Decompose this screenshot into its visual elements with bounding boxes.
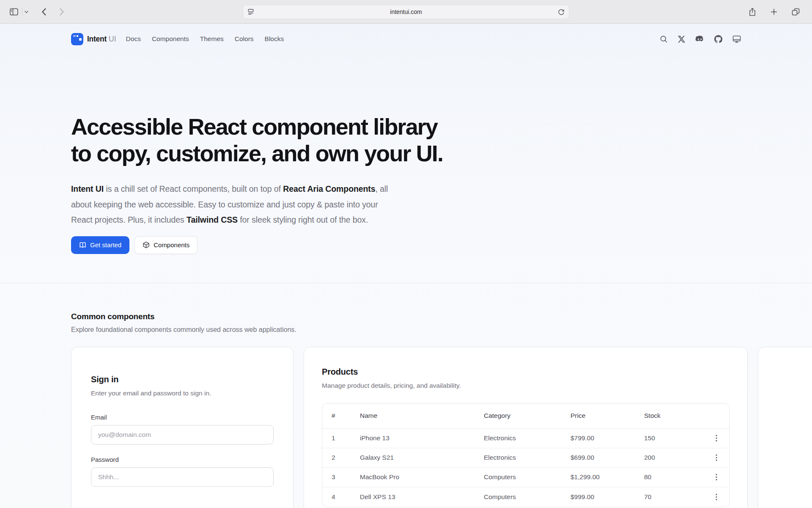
- products-title: Products: [322, 366, 730, 378]
- products-table: # Name Category Price Stock 1 iPhone 13 …: [322, 403, 730, 507]
- signin-title: Sign in: [91, 373, 274, 385]
- brand-name: Intent: [87, 35, 107, 44]
- components-button[interactable]: Components: [134, 236, 198, 254]
- nav-links: Docs Components Themes Colors Blocks: [126, 35, 284, 43]
- table-row[interactable]: 2 Galaxy S21 Electronics $699.00 200: [322, 448, 729, 468]
- nav-link-blocks[interactable]: Blocks: [265, 35, 284, 43]
- cell-price: $999.00: [571, 493, 644, 501]
- get-started-button[interactable]: Get started: [71, 236, 129, 254]
- table-header-row: # Name Category Price Stock: [322, 403, 729, 429]
- cell-category: Computers: [484, 473, 571, 481]
- get-started-label: Get started: [90, 241, 121, 248]
- password-label: Password: [91, 456, 274, 464]
- back-icon[interactable]: [38, 6, 50, 18]
- hero-text: is a chill set of React components, buil…: [104, 184, 283, 193]
- toolbar-divider: [22, 8, 22, 16]
- products-card: Products Manage product details, pricing…: [304, 347, 748, 508]
- display-theme-icon[interactable]: [732, 35, 741, 43]
- new-tab-icon[interactable]: [768, 6, 780, 18]
- section-subtitle: Explore foundational components commonly…: [71, 325, 741, 334]
- col-header-price[interactable]: Price: [571, 412, 644, 420]
- sidebar-toggle-icon[interactable]: [8, 6, 20, 18]
- col-header-stock[interactable]: Stock: [644, 412, 703, 420]
- cell-price: $699.00: [571, 454, 644, 461]
- nav-link-components[interactable]: Components: [152, 35, 189, 43]
- webpage: Intent UI Docs Components Themes Colors …: [0, 24, 812, 508]
- signin-subtitle: Enter your email and password to sign in…: [91, 389, 274, 398]
- cell-name: iPhone 13: [360, 434, 484, 442]
- cell-num: 2: [332, 454, 360, 461]
- hero-bold-intent-ui: Intent UI: [71, 184, 104, 193]
- section-divider: [0, 283, 812, 283]
- intent-ui-logo-icon: [71, 33, 83, 45]
- component-cards-row: Sign in Enter your email and password to…: [71, 347, 741, 508]
- x-icon[interactable]: [678, 36, 685, 43]
- cell-stock: 200: [644, 454, 703, 461]
- cell-name: Galaxy S21: [360, 454, 484, 461]
- nav-link-docs[interactable]: Docs: [126, 35, 141, 43]
- brand-name-suffix: UI: [109, 35, 116, 44]
- cell-num: 4: [332, 493, 360, 501]
- nav-link-colors[interactable]: Colors: [235, 35, 254, 43]
- reader-icon[interactable]: [247, 8, 254, 15]
- table-row[interactable]: 1 iPhone 13 Electronics $799.00 150: [322, 429, 729, 448]
- hero-bold-tailwind: Tailwind CSS: [187, 215, 238, 224]
- section-title: Common components: [71, 311, 741, 322]
- cell-stock: 80: [644, 473, 703, 481]
- nav-link-themes[interactable]: Themes: [200, 35, 224, 43]
- row-actions-menu-icon[interactable]: [710, 491, 722, 503]
- cell-name: Dell XPS 13: [360, 493, 484, 501]
- products-subtitle: Manage product details, pricing, and ava…: [322, 381, 730, 390]
- search-icon[interactable]: [660, 35, 668, 43]
- reload-icon[interactable]: [558, 8, 565, 15]
- github-icon[interactable]: [714, 35, 722, 43]
- password-field[interactable]: [91, 467, 274, 487]
- hero-heading-line1: Accessible React component library: [71, 113, 741, 140]
- cell-num: 3: [332, 473, 360, 481]
- hero-text: for sleek styling right out of the box.: [238, 215, 368, 224]
- next-card-partial: [758, 347, 812, 508]
- tabs-overview-icon[interactable]: [789, 6, 802, 18]
- url-text[interactable]: intentui.com: [390, 8, 422, 15]
- row-actions-menu-icon[interactable]: [710, 432, 722, 444]
- row-actions-menu-icon[interactable]: [710, 452, 722, 464]
- share-icon[interactable]: [746, 6, 759, 18]
- browser-toolbar: intentui.com: [0, 0, 812, 24]
- address-bar[interactable]: intentui.com: [243, 5, 569, 19]
- cube-icon: [143, 241, 150, 248]
- col-header-name[interactable]: Name: [360, 412, 484, 420]
- chevron-down-icon[interactable]: [24, 10, 32, 14]
- col-header-category[interactable]: Category: [484, 412, 571, 420]
- hero-bold-react-aria: React Aria Components: [283, 184, 375, 193]
- brand-home-link[interactable]: Intent UI: [71, 33, 116, 45]
- hero-paragraph: Intent UI is a chill set of React compon…: [71, 181, 395, 228]
- forward-icon[interactable]: [55, 6, 68, 18]
- signin-card: Sign in Enter your email and password to…: [71, 347, 294, 508]
- components-label: Components: [154, 241, 189, 248]
- col-header-num[interactable]: #: [332, 412, 360, 420]
- cell-name: MacBook Pro: [360, 473, 484, 481]
- hero-heading: Accessible React component library to co…: [71, 113, 741, 167]
- table-row[interactable]: 3 MacBook Pro Computers $1,299.00 80: [322, 468, 729, 487]
- cell-price: $1,299.00: [571, 473, 644, 481]
- email-field[interactable]: [91, 425, 274, 444]
- cell-category: Computers: [484, 493, 571, 501]
- cell-category: Electronics: [484, 454, 571, 461]
- cell-stock: 150: [644, 434, 703, 442]
- row-actions-menu-icon[interactable]: [710, 471, 722, 483]
- cell-category: Electronics: [484, 434, 571, 442]
- discord-icon[interactable]: [695, 36, 704, 43]
- cell-stock: 70: [644, 493, 703, 501]
- book-open-icon: [79, 242, 86, 248]
- table-row[interactable]: 4 Dell XPS 13 Computers $999.00 70: [322, 487, 729, 507]
- site-navbar: Intent UI Docs Components Themes Colors …: [71, 30, 741, 48]
- cell-price: $799.00: [571, 434, 644, 442]
- hero-heading-line2: to copy, customize, and own your UI.: [71, 140, 741, 167]
- cell-num: 1: [332, 434, 360, 442]
- email-label: Email: [91, 413, 274, 422]
